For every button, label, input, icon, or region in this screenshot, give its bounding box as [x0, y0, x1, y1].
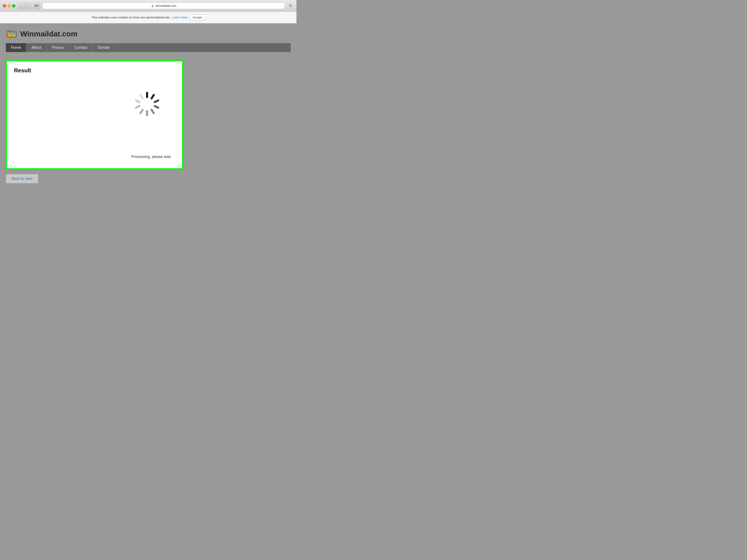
back-arrow-icon: ‹ — [21, 4, 22, 8]
main-nav: Home About Privacy Contact Donate — [6, 43, 291, 52]
minimize-button[interactable] — [7, 4, 11, 7]
refresh-button[interactable]: ↻ — [287, 3, 294, 9]
svg-line-12 — [152, 95, 154, 99]
main-area: Result — [0, 52, 297, 189]
browser-chrome: ‹ › 🔒 winmaildat.com ↻ — [0, 0, 297, 12]
nav-item-about[interactable]: About — [26, 43, 47, 52]
svg-line-18 — [136, 106, 139, 108]
svg-rect-8 — [11, 31, 12, 33]
spinner-container — [133, 90, 161, 118]
svg-line-19 — [136, 100, 139, 102]
browser-nav-buttons: ‹ › — [18, 3, 31, 9]
back-browser-button[interactable]: ‹ — [18, 3, 24, 9]
nav-item-donate[interactable]: Donate — [93, 43, 115, 52]
svg-line-15 — [152, 110, 154, 113]
svg-rect-0 — [35, 4, 36, 7]
loading-spinner — [133, 90, 161, 118]
svg-line-17 — [140, 110, 143, 113]
cookie-text: This websites uses cookies to show non-p… — [92, 16, 170, 19]
page-content: Winmaildat.com Home About Privacy Contac… — [0, 23, 297, 189]
url-text: winmaildat.com — [155, 4, 177, 7]
svg-rect-2 — [37, 5, 39, 6]
refresh-icon: ↻ — [289, 3, 292, 8]
address-bar[interactable]: 🔒 winmaildat.com — [43, 3, 285, 9]
result-content: Processing, please wait. — [14, 78, 175, 162]
site-logo-area: Winmaildat.com — [6, 28, 291, 40]
close-button[interactable] — [3, 4, 6, 7]
svg-rect-1 — [37, 5, 39, 5]
svg-line-20 — [140, 95, 143, 99]
forward-browser-button[interactable]: › — [25, 3, 31, 9]
nav-item-home[interactable]: Home — [6, 43, 26, 52]
sidebar-toggle-button[interactable] — [34, 3, 40, 9]
site-logo-icon — [6, 28, 18, 40]
sidebar-icon — [35, 4, 39, 8]
svg-line-13 — [155, 100, 158, 102]
result-title: Result — [14, 67, 175, 74]
svg-rect-10 — [14, 32, 16, 34]
fullscreen-button[interactable] — [12, 4, 16, 7]
forward-arrow-icon: › — [28, 4, 29, 8]
lock-icon: 🔒 — [151, 4, 154, 7]
svg-rect-3 — [37, 6, 39, 6]
traffic-lights — [3, 4, 16, 7]
site-header: Winmaildat.com Home About Privacy Contac… — [0, 23, 297, 52]
site-title: Winmaildat.com — [20, 30, 77, 38]
nav-item-privacy[interactable]: Privacy — [47, 43, 69, 52]
back-to-start-button[interactable]: Back to start — [6, 174, 38, 183]
accept-cookies-button[interactable]: Accept — [189, 15, 205, 20]
learn-more-link[interactable]: Learn more — [172, 16, 188, 19]
result-box: Result — [6, 60, 183, 169]
nav-item-contact[interactable]: Contact — [69, 43, 93, 52]
cookie-banner: This websites uses cookies to show non-p… — [0, 12, 297, 23]
svg-line-14 — [155, 106, 158, 108]
processing-text: Processing, please wait. — [131, 155, 172, 159]
